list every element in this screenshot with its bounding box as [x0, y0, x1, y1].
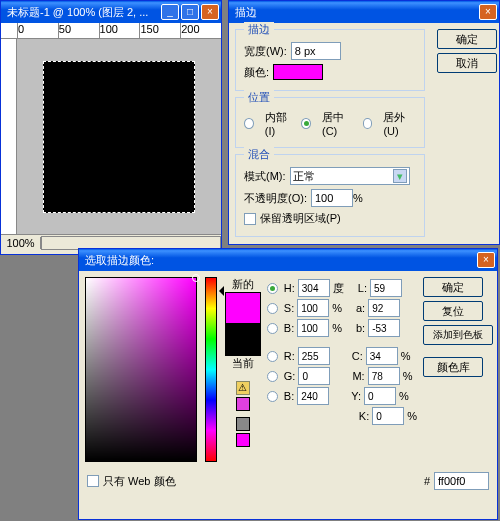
stroke-group: 描边 宽度(W): 颜色:	[235, 29, 425, 91]
h-label: H:	[284, 282, 295, 294]
blend-group: 混合 模式(M): 正常 ▾ 不透明度(O): % 保留透明区域(P)	[235, 154, 425, 237]
color-label: 颜色:	[244, 65, 269, 80]
opacity-label: 不透明度(O):	[244, 191, 307, 206]
current-color-preview	[225, 324, 261, 356]
ruler-tick: 0	[17, 23, 58, 38]
l-label: L:	[358, 282, 367, 294]
color-titlebar[interactable]: 选取描边颜色: ×	[79, 249, 497, 271]
g-label: G:	[284, 370, 296, 382]
canvas-area[interactable]	[17, 39, 221, 234]
mode-value: 正常	[293, 169, 315, 184]
m-input[interactable]	[368, 367, 400, 385]
horizontal-ruler: 0 50 100 150 200	[1, 23, 221, 39]
pct-label: %	[399, 390, 409, 402]
percent-label: %	[353, 192, 363, 204]
color-library-button[interactable]: 颜色库	[423, 357, 483, 377]
web-colors-checkbox[interactable]	[87, 475, 99, 487]
mode-select[interactable]: 正常 ▾	[290, 167, 410, 185]
gamut-warning-icon[interactable]: ⚠	[236, 381, 250, 395]
lab-b-label: b:	[356, 322, 365, 334]
pct-label: %	[401, 350, 411, 362]
preserve-transparency-checkbox[interactable]	[244, 213, 256, 225]
zoom-level[interactable]: 100%	[1, 237, 41, 249]
g-radio[interactable]	[267, 371, 278, 382]
pct-label: %	[407, 410, 417, 422]
ok-button[interactable]: 确定	[423, 277, 483, 297]
color-title: 选取描边颜色:	[85, 253, 475, 268]
group-title: 混合	[244, 147, 274, 162]
b-input[interactable]	[297, 319, 329, 337]
saturation-value-field[interactable]	[85, 277, 197, 462]
minimize-button[interactable]: _	[161, 4, 179, 20]
radio-label: 内部(I)	[265, 110, 293, 137]
websafe-warning-icon[interactable]	[236, 417, 250, 431]
document-window: 未标题-1 @ 100% (图层 2, ... _ □ × 0 50 100 1…	[0, 0, 222, 255]
close-button[interactable]: ×	[477, 252, 495, 268]
hue-slider[interactable]	[205, 277, 217, 462]
hash-label: #	[424, 475, 430, 487]
mode-label: 模式(M):	[244, 169, 286, 184]
b-radio[interactable]	[267, 323, 278, 334]
doc-titlebar[interactable]: 未标题-1 @ 100% (图层 2, ... _ □ ×	[1, 1, 221, 23]
width-input[interactable]	[291, 42, 341, 60]
lab-b-input[interactable]	[368, 319, 400, 337]
y-label: Y:	[351, 390, 361, 402]
c-label: C:	[352, 350, 363, 362]
position-inside-radio[interactable]	[244, 118, 254, 129]
add-swatch-button[interactable]: 添加到色板	[423, 325, 493, 345]
group-title: 描边	[244, 22, 274, 37]
s-input[interactable]	[297, 299, 329, 317]
pct-label: %	[332, 302, 342, 314]
c-input[interactable]	[366, 347, 398, 365]
pct-label: %	[403, 370, 413, 382]
websafe-swatch[interactable]	[236, 433, 250, 447]
checkbox-label: 保留透明区域(P)	[260, 211, 341, 226]
ok-button[interactable]: 确定	[437, 29, 497, 49]
s-label: S:	[284, 302, 294, 314]
position-outside-radio[interactable]	[363, 118, 373, 129]
deg-label: 度	[333, 281, 344, 296]
position-center-radio[interactable]	[301, 118, 311, 129]
r-radio[interactable]	[267, 351, 278, 362]
opacity-input[interactable]	[311, 189, 353, 207]
sv-cursor[interactable]	[192, 274, 200, 282]
color-swatch[interactable]	[273, 64, 323, 80]
l-input[interactable]	[370, 279, 402, 297]
b-label: B:	[284, 322, 294, 334]
close-button[interactable]: ×	[479, 4, 497, 20]
ruler-tick: 200	[180, 23, 221, 38]
stroke-titlebar[interactable]: 描边 ×	[229, 1, 499, 23]
radio-label: 居中(C)	[322, 110, 355, 137]
cancel-button[interactable]: 取消	[437, 53, 497, 73]
r-input[interactable]	[298, 347, 330, 365]
radio-label: 居外(U)	[383, 110, 416, 137]
g-input[interactable]	[298, 367, 330, 385]
gamut-swatch[interactable]	[236, 397, 250, 411]
s-radio[interactable]	[267, 303, 278, 314]
rgb-b-input[interactable]	[297, 387, 329, 405]
group-title: 位置	[244, 90, 274, 105]
h-radio[interactable]	[267, 283, 278, 294]
doc-title: 未标题-1 @ 100% (图层 2, ...	[7, 5, 159, 20]
stroke-dialog: 描边 × 描边 宽度(W): 颜色: 位置 内部(I) 居中(C)	[228, 0, 500, 245]
k-input[interactable]	[372, 407, 404, 425]
position-group: 位置 内部(I) 居中(C) 居外(U)	[235, 97, 425, 148]
reset-button[interactable]: 复位	[423, 301, 483, 321]
new-label: 新的	[232, 277, 254, 292]
vertical-ruler	[1, 39, 17, 234]
rgb-b-radio[interactable]	[267, 391, 278, 402]
current-label: 当前	[232, 356, 254, 371]
a-label: a:	[356, 302, 365, 314]
selection-marquee[interactable]	[44, 62, 194, 212]
rgb-b-label: B:	[284, 390, 294, 402]
h-input[interactable]	[298, 279, 330, 297]
close-button[interactable]: ×	[201, 4, 219, 20]
ruler-tick: 100	[99, 23, 140, 38]
hex-input[interactable]	[434, 472, 489, 490]
y-input[interactable]	[364, 387, 396, 405]
color-picker-dialog: 选取描边颜色: × 新的 当前 ⚠ H:度 L: S:% a: B:% b:	[78, 248, 498, 520]
a-input[interactable]	[368, 299, 400, 317]
m-label: M:	[352, 370, 364, 382]
hue-pointer[interactable]	[214, 286, 224, 296]
maximize-button[interactable]: □	[181, 4, 199, 20]
